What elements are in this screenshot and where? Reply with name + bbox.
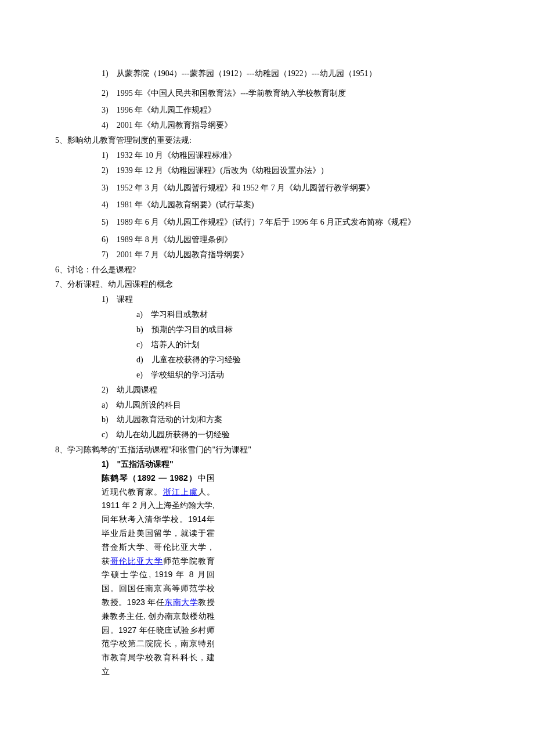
outline-line: d) 儿童在校获得的学习经验 [136, 352, 479, 368]
outline-line: 2) 幼儿园课程 [102, 383, 479, 398]
outline-line: 2) 1939 年 12 月《幼稚园课程》(后改为《幼稚园设置办法》） [102, 163, 479, 178]
bio-text: 教授兼教务主任, 创办南京鼓楼幼稚园。1927 年任晓庄试验乡村师范学校第二院院… [102, 597, 215, 676]
bio-paragraph: 陈鹤琴（1892 — 1982）中国近现代教育家。浙江上虞人。1911 年 2 … [102, 471, 215, 679]
outline-line: 7、分析课程、幼儿园课程的概念 [55, 277, 479, 292]
section-heading: 1) "五指活动课程" [102, 458, 215, 471]
outline-line: 1) 课程 [102, 292, 479, 307]
outline-line: 1) 1932 年 10 月《幼稚园课程标准》 [102, 148, 479, 163]
outline-line: 5) 1989 年 6 月《幼儿园工作规程》(试行）7 年后于 1996 年 6… [102, 213, 479, 232]
person-name: 陈鹤琴（1892 — 1982） [102, 473, 198, 483]
bio-text: 中国 [198, 473, 215, 483]
outline-line: 4) 1981 年《幼儿园教育纲要》(试行草案) [102, 197, 479, 213]
outline-line: 7) 2001 年 7 月《幼儿园教育指导纲要》 [102, 247, 479, 262]
outline-line: 6) 1989 年 8 月《幼儿园管理条例》 [102, 232, 479, 247]
outline-line: a) 幼儿园所设的科目 [102, 398, 479, 413]
outline-line: 6、讨论：什么是课程? [55, 262, 479, 278]
outline-line: 2) 1995 年《中国人民共和国教育法》---学前教育纳入学校教育制度 [102, 84, 479, 103]
outline-line: 4) 2001 年《幼儿园教育指导纲要》 [102, 118, 479, 133]
link-zhejiang-shangyu[interactable]: 浙江上虞 [163, 487, 198, 496]
outline-line: c) 幼儿在幼儿园所获得的一切经验 [102, 427, 479, 442]
outline-line: 3) 1996 年《幼儿园工作规程》 [102, 103, 479, 118]
outline-line: e) 学校组织的学习活动 [136, 368, 479, 383]
bio-text: 近现代教育家。 [102, 487, 163, 496]
bio-text: 人。 [198, 487, 215, 496]
link-columbia-university[interactable]: 哥伦比亚大学 [110, 556, 163, 566]
outline-line: c) 培养人的计划 [136, 337, 479, 352]
outline-line: b) 预期的学习目的或目标 [136, 322, 479, 337]
outline-line: b) 幼儿园教育活动的计划和方案 [102, 412, 479, 427]
outline-line: 8、学习陈鹤琴的"五指活动课程"和张雪门的"行为课程" [55, 442, 479, 458]
outline-line: 5、影响幼儿教育管理制度的重要法规: [55, 133, 479, 148]
outline-line: 1) 从蒙养院（1904）---蒙养园（1912）---幼稚园（1922）---… [102, 64, 479, 84]
link-southeast-university[interactable]: 东南大学 [164, 597, 198, 607]
outline-line: a) 学习科目或教材 [136, 307, 479, 322]
outline-line: 3) 1952 年 3 月《幼儿园暂行规程》和 1952 年 7 月《幼儿园暂行… [102, 178, 479, 198]
